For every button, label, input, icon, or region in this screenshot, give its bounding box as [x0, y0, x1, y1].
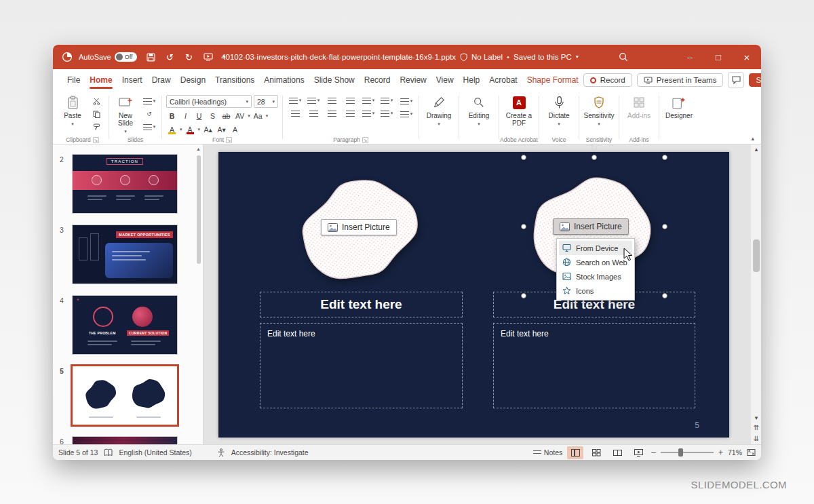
tab-draw[interactable]: Draw — [147, 71, 176, 90]
clear-formatting-button[interactable]: A — [229, 123, 241, 135]
view-normal-button[interactable] — [567, 446, 583, 459]
next-slide-button[interactable]: ⇊ — [751, 435, 761, 442]
menu-item-stock-images[interactable]: Stock Images — [559, 269, 632, 284]
maximize-button[interactable]: □ — [704, 45, 733, 69]
thumbnails-scrollbar[interactable] — [197, 155, 201, 264]
addins-button[interactable]: Add-ins — [623, 94, 655, 119]
convert-to-smartart-button[interactable]: ▾ — [379, 108, 395, 119]
new-slide-button[interactable]: New Slide ▾ — [113, 94, 138, 134]
save-button[interactable] — [142, 45, 160, 69]
menu-item-icons[interactable]: Icons — [559, 284, 632, 298]
tab-animations[interactable]: Animations — [259, 71, 309, 90]
cut-button[interactable] — [88, 96, 104, 106]
align-center-button[interactable] — [305, 108, 322, 119]
designer-button[interactable]: Designer — [663, 94, 695, 119]
selection-handle[interactable] — [662, 155, 667, 160]
text-shadow-button[interactable]: S — [207, 110, 218, 121]
columns-button[interactable]: ▾ — [360, 108, 376, 119]
change-case-button[interactable]: Aa — [252, 110, 264, 121]
tab-design[interactable]: Design — [176, 71, 210, 90]
editor-scrollbar[interactable]: ▲ ▼ ⇈ ⇊ — [750, 144, 761, 444]
zoom-slider[interactable] — [661, 452, 714, 453]
character-spacing-button[interactable]: AV — [234, 110, 246, 121]
selection-handle[interactable] — [662, 293, 667, 298]
tab-shape-format[interactable]: Shape Format — [522, 71, 583, 90]
clipboard-dialog-launcher[interactable]: ↘ — [93, 137, 99, 143]
numbering-button[interactable]: ▾ — [305, 95, 322, 106]
close-button[interactable]: × — [733, 45, 761, 69]
search-button[interactable] — [613, 45, 634, 69]
selection-handle[interactable] — [662, 224, 667, 229]
strikethrough-button[interactable]: ab — [220, 110, 232, 121]
zoom-out-button[interactable]: – — [651, 448, 656, 457]
menu-item-search-on-web[interactable]: Search on Web — [559, 255, 632, 269]
rotate-handle[interactable]: ↻ — [590, 142, 598, 153]
collapse-ribbon-button[interactable]: ▴ — [751, 135, 754, 142]
autosave-toggle[interactable]: AutoSave Off — [79, 52, 137, 62]
language-status[interactable]: English (United States) — [119, 448, 191, 457]
tab-slide-show[interactable]: Slide Show — [309, 71, 360, 90]
tab-acrobat[interactable]: Acrobat — [484, 71, 522, 90]
align-right-button[interactable] — [324, 108, 340, 119]
scroll-up-button[interactable]: ▲ — [751, 147, 761, 153]
selection-handle[interactable] — [521, 224, 526, 229]
align-text-button[interactable]: ▾ — [398, 96, 414, 106]
sensitivity-label[interactable]: No Label — [471, 53, 503, 61]
redo-button[interactable]: ↻ — [180, 45, 198, 69]
grow-font-button[interactable]: A▴ — [202, 123, 214, 135]
body-placeholder-left[interactable]: Edit text here — [260, 323, 463, 408]
italic-button[interactable]: I — [180, 110, 191, 121]
tab-transitions[interactable]: Transitions — [210, 71, 259, 90]
indent-increase-button[interactable] — [342, 95, 358, 106]
autosave-switch[interactable]: Off — [115, 52, 137, 62]
underline-button[interactable]: U — [193, 110, 205, 121]
insert-picture-button-right[interactable]: Insert Picture — [553, 218, 629, 235]
shrink-font-button[interactable]: A▾ — [216, 123, 227, 135]
accessibility-status[interactable]: Accessibility: Investigate — [231, 448, 309, 457]
minimize-button[interactable]: – — [676, 45, 704, 69]
undo-button[interactable]: ↺ — [161, 45, 179, 69]
font-dialog-launcher[interactable]: ↘ — [226, 137, 232, 143]
document-title[interactable]: 40102-03-investors-pitch-deck-flat-power… — [221, 53, 456, 61]
slide-canvas[interactable]: ↻ Insert Picture Insert Picture — [218, 152, 729, 438]
scroll-down-button[interactable]: ▼ — [751, 415, 761, 421]
indent-decrease-button[interactable] — [324, 95, 340, 106]
zoom-slider-thumb[interactable] — [678, 448, 683, 457]
insert-picture-button-left[interactable]: Insert Picture — [321, 219, 397, 235]
save-status[interactable]: Saved to this PC — [513, 53, 572, 61]
selection-handle[interactable] — [521, 293, 526, 298]
font-name-select[interactable]: Calibri (Headings) ▾ — [166, 95, 252, 108]
paragraph-dialog-launcher[interactable]: ↘ — [362, 137, 368, 143]
zoom-in-button[interactable]: + — [718, 448, 723, 457]
bullets-button[interactable]: ▾ — [287, 95, 303, 106]
dictate-button[interactable]: Dictate ▾ — [543, 94, 575, 127]
create-pdf-button[interactable]: A Create a PDF — [503, 94, 535, 127]
layout-button[interactable]: ▾ — [141, 96, 157, 106]
editing-button[interactable]: Editing ▾ — [463, 94, 495, 127]
font-size-select[interactable]: 28 ▾ — [254, 95, 278, 108]
font-color-button[interactable]: A — [185, 123, 196, 135]
align-left-button[interactable] — [287, 108, 303, 119]
tab-insert[interactable]: Insert — [117, 71, 147, 90]
selection-handle[interactable] — [521, 155, 526, 160]
format-painter-button[interactable] — [88, 121, 104, 132]
line-spacing-button[interactable]: ▾ — [360, 95, 376, 106]
tab-help[interactable]: Help — [459, 71, 485, 90]
copy-button[interactable] — [88, 109, 104, 119]
highlight-color-button[interactable]: A — [166, 123, 178, 135]
previous-slide-button[interactable]: ⇈ — [751, 424, 761, 431]
tab-file[interactable]: File — [62, 71, 85, 90]
tab-review[interactable]: Review — [395, 71, 431, 90]
section-button[interactable]: ▾ — [141, 121, 157, 132]
tab-home[interactable]: Home — [85, 71, 117, 90]
notes-toggle-button[interactable]: Notes — [533, 448, 562, 457]
comments-button[interactable] — [728, 72, 744, 88]
tab-view[interactable]: View — [431, 71, 459, 90]
paste-button[interactable]: Paste ▾ — [60, 94, 85, 127]
present-in-teams-button[interactable]: Present in Teams — [637, 73, 724, 87]
reset-slide-button[interactable]: ↺ — [141, 109, 157, 119]
body-placeholder-right[interactable]: Edit text here — [493, 323, 695, 408]
text-direction-button[interactable]: ▾ — [379, 95, 395, 106]
bold-button[interactable]: B — [166, 110, 178, 121]
view-slideshow-button[interactable] — [630, 446, 646, 459]
